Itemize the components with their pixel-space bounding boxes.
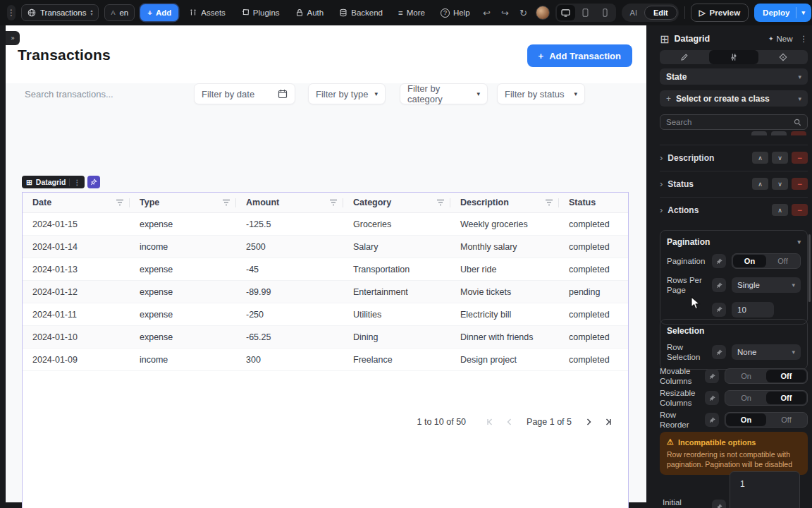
rows-per-page-select[interactable]: Single ▾ <box>732 277 801 293</box>
nav-assets[interactable]: Assets <box>184 4 230 21</box>
table-row[interactable]: 2024-01-10 expense -65.25 Dining Dinner … <box>23 326 628 349</box>
redo-button[interactable]: ↪ <box>499 8 512 18</box>
remove-button[interactable]: − <box>792 152 808 164</box>
last-page-button[interactable] <box>601 415 615 429</box>
chevron-down-icon: ▾ <box>476 90 480 97</box>
move-down-button[interactable]: ∨ <box>772 152 788 164</box>
row-reorder-off-button[interactable]: Off <box>766 413 806 426</box>
undo-button[interactable]: ↩ <box>481 8 493 18</box>
bind-icon[interactable] <box>712 278 726 292</box>
tab-settings[interactable] <box>709 50 758 64</box>
bind-icon[interactable] <box>712 345 726 359</box>
column-row-status[interactable]: › Status ∧ ∨ − <box>660 171 808 196</box>
app-switcher[interactable]: Transactions ▴▾ <box>21 4 99 21</box>
tab-design[interactable] <box>660 50 709 64</box>
filter-funnel-icon[interactable] <box>436 199 445 206</box>
column-header-date[interactable]: Date <box>23 193 130 212</box>
selection-group-header[interactable]: Selection <box>667 326 801 336</box>
first-page-button[interactable] <box>483 415 497 429</box>
next-page-button[interactable] <box>582 415 596 429</box>
state-selector[interactable]: State ▾ <box>660 68 808 85</box>
pagination-group-header[interactable]: Pagination ▾ <box>667 237 801 247</box>
remove-button[interactable]: − <box>792 178 808 190</box>
table-row[interactable]: 2024-01-15 expense -125.5 Groceries Week… <box>23 213 628 236</box>
inspector-scrollbar[interactable] <box>808 234 811 302</box>
deploy-button[interactable]: Deploy ▾ <box>754 4 811 22</box>
nav-more[interactable]: ≡ More <box>393 4 430 21</box>
bind-icon[interactable] <box>705 413 719 427</box>
user-avatar[interactable] <box>536 6 550 20</box>
edit-mode-button[interactable]: Edit <box>644 6 677 20</box>
nav-plugins[interactable]: Plugins <box>236 4 285 21</box>
search-transactions-input[interactable] <box>25 83 183 104</box>
column-header-amount[interactable]: Amount <box>236 193 343 212</box>
prev-page-button[interactable] <box>503 415 517 429</box>
mobile-view-button[interactable] <box>596 5 615 20</box>
move-up-button[interactable]: ∧ <box>752 152 768 164</box>
refresh-button[interactable]: ↻ <box>517 8 530 18</box>
move-down-button[interactable]: ∨ <box>772 178 788 190</box>
desktop-view-button[interactable] <box>557 5 575 20</box>
ai-mode-button[interactable]: AI <box>623 8 644 17</box>
nav-more-label: More <box>407 8 425 17</box>
table-row[interactable]: 2024-01-13 expense -45 Transportation Ub… <box>23 258 628 281</box>
column-header-description[interactable]: Description <box>450 193 559 212</box>
movable-on-button[interactable]: On <box>726 370 766 382</box>
filter-funnel-icon[interactable] <box>116 199 124 206</box>
bind-icon[interactable] <box>705 391 719 405</box>
column-header-category[interactable]: Category <box>343 193 450 212</box>
class-selector[interactable]: + Select or create a class ▾ <box>660 90 808 107</box>
column-row-actions[interactable]: › Actions ∧ − <box>660 197 808 222</box>
expand-left-panel-button[interactable]: » <box>6 31 20 45</box>
row-selection-select[interactable]: None ▾ <box>732 344 801 360</box>
table-row[interactable]: 2024-01-12 expense -89.99 Entertainment … <box>23 281 628 303</box>
page-size-input[interactable]: 10 <box>732 302 774 318</box>
table-row[interactable]: 2024-01-14 income 2500 Salary Monthly sa… <box>23 236 628 258</box>
table-row[interactable]: 2024-01-11 expense -250 Utilities Electr… <box>23 303 628 326</box>
bind-icon[interactable] <box>712 303 726 317</box>
main-menu-button[interactable]: ⋮ <box>7 5 16 20</box>
inspector-search[interactable] <box>660 114 808 130</box>
new-button[interactable]: ✦ New <box>768 35 793 43</box>
movable-off-button[interactable]: Off <box>766 370 806 382</box>
bind-icon[interactable] <box>705 369 719 383</box>
filter-by-date[interactable]: Filter by date <box>194 83 295 104</box>
nav-auth[interactable]: Auth <box>290 4 329 21</box>
column-header-status[interactable]: Status <box>559 193 628 212</box>
row-reorder-label: Row Reorder <box>660 410 705 430</box>
inspector-menu-button[interactable]: ⋮ <box>800 34 808 44</box>
tab-effects[interactable] <box>758 50 808 64</box>
initial-value-input[interactable]: 1 ⤡ <box>730 471 800 508</box>
filter-by-status[interactable]: Filter by status ▾ <box>497 83 585 104</box>
chip-pin-button[interactable] <box>87 176 100 188</box>
column-header-type[interactable]: Type <box>130 193 236 212</box>
filter-by-type[interactable]: Filter by type ▾ <box>308 83 386 104</box>
add-component-button[interactable]: + Add <box>140 4 178 21</box>
column-row-description[interactable]: › Description ∧ ∨ − <box>660 145 808 170</box>
tablet-view-button[interactable] <box>577 5 595 20</box>
inspector-search-input[interactable] <box>666 118 794 126</box>
preview-button[interactable]: ▷ Preview <box>691 4 749 22</box>
resizable-on-button[interactable]: On <box>726 392 766 404</box>
resizable-off-button[interactable]: Off <box>766 392 806 404</box>
filter-funnel-icon[interactable] <box>222 199 230 206</box>
remove-button[interactable]: − <box>792 204 808 216</box>
chip-menu-icon[interactable]: ⋮ <box>69 179 80 186</box>
bind-icon[interactable] <box>712 500 726 508</box>
row-reorder-on-button[interactable]: On <box>726 413 766 426</box>
nav-help[interactable]: ? Help <box>436 4 475 21</box>
bind-icon[interactable] <box>712 254 726 268</box>
add-transaction-button[interactable]: + Add Transaction <box>527 44 632 67</box>
filter-funnel-icon[interactable] <box>545 199 553 206</box>
filter-by-category[interactable]: Filter by category ▾ <box>400 83 488 104</box>
pagination-on-button[interactable]: On <box>733 255 766 267</box>
table-row[interactable]: 2024-01-09 income 300 Freelance Design p… <box>23 349 628 371</box>
move-up-button[interactable]: ∧ <box>772 204 788 216</box>
datagrid-component[interactable]: Date Type Amount Category Description St… <box>22 192 629 508</box>
locale-switcher[interactable]: A en <box>104 4 135 21</box>
filter-funnel-icon[interactable] <box>329 199 338 206</box>
datagrid-chip[interactable]: ⊞ Datagrid ⋮ <box>22 176 85 188</box>
pagination-off-button[interactable]: Off <box>766 255 799 267</box>
move-up-button[interactable]: ∧ <box>752 178 768 190</box>
nav-backend[interactable]: Backend <box>334 4 388 21</box>
